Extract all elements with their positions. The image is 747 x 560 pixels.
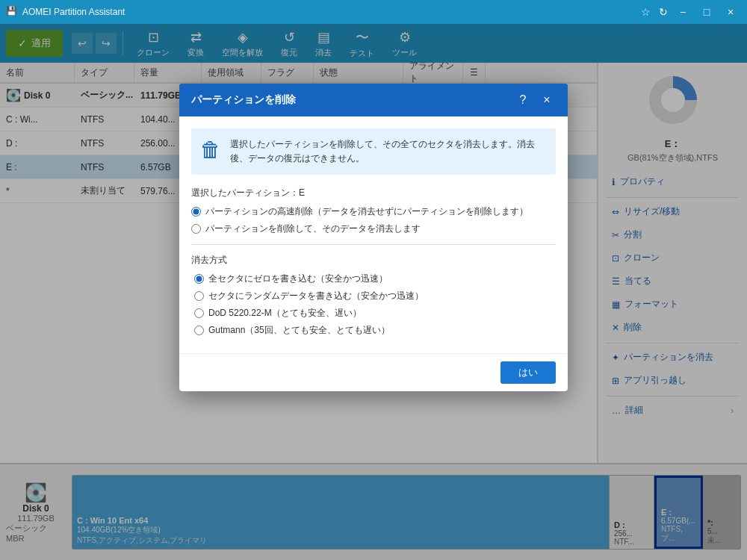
dialog-warning-text: 選択したパーティションを削除して、その全てのセクタを消去します。消去後、データの… — [230, 137, 547, 166]
erase-option-gutmann[interactable]: Gutmann（35回、とても安全、とても遅い） — [194, 324, 556, 337]
close-button[interactable]: × — [720, 3, 741, 21]
erase-option-random[interactable]: セクタにランダムデータを書き込む（安全かつ迅速） — [194, 290, 556, 302]
dialog-overlay: パーティションを削除 ? × 🗑 選択したパーティションを削除して、その全てのセ… — [0, 24, 747, 560]
dialog-divider — [191, 244, 556, 245]
selected-partition-label: 選択したパーティション：E — [191, 187, 556, 199]
app-icon: 💾 — [6, 6, 18, 18]
title-bar: 💾 AOMEI Partition Assistant ☆ ↻ − □ × — [0, 0, 747, 24]
dialog-footer: はい — [179, 353, 568, 391]
secure-delete-radio[interactable] — [191, 224, 201, 234]
delete-partition-dialog: パーティションを削除 ? × 🗑 選択したパーティションを削除して、その全てのセ… — [179, 84, 568, 391]
warning-trash-icon: 🗑 — [200, 137, 221, 166]
refresh-icon[interactable]: ↻ — [654, 3, 672, 21]
dialog-header-icons: ? × — [514, 91, 556, 109]
quick-delete-option[interactable]: パーティションの高速削除（データを消去せずにパーティションを削除します） — [191, 205, 556, 218]
quick-delete-label: パーティションの高速削除（データを消去せずにパーティションを削除します） — [205, 205, 528, 218]
maximize-button[interactable]: □ — [696, 3, 717, 21]
erase-random-radio[interactable] — [194, 291, 204, 301]
erase-random-label: セクタにランダムデータを書き込む（安全かつ迅速） — [208, 290, 424, 302]
erase-dod-radio[interactable] — [194, 308, 204, 318]
erase-gutmann-radio[interactable] — [194, 326, 204, 335]
minimize-button[interactable]: − — [672, 3, 693, 21]
erase-gutmann-label: Gutmann（35回、とても安全、とても遅い） — [208, 324, 390, 337]
delete-options: パーティションの高速削除（データを消去せずにパーティションを削除します） パーテ… — [191, 205, 556, 235]
erase-dod-label: DoD 5220.22-M（とても安全、遅い） — [208, 307, 362, 320]
app-title: AOMEI Partition Assistant — [22, 7, 636, 17]
erase-section: 消去方式 全セクタにゼロを書き込む（安全かつ迅速） セクタにランダムデータを書き… — [191, 254, 556, 337]
erase-method-label: 消去方式 — [191, 254, 556, 267]
dialog-close-button[interactable]: × — [538, 91, 556, 109]
erase-zero-radio[interactable] — [194, 274, 204, 284]
erase-option-dod[interactable]: DoD 5220.22-M（とても安全、遅い） — [194, 307, 556, 320]
favorites-icon[interactable]: ☆ — [636, 3, 654, 21]
dialog-header: パーティションを削除 ? × — [179, 84, 568, 116]
dialog-ok-button[interactable]: はい — [500, 361, 556, 384]
dialog-body: 🗑 選択したパーティションを削除して、その全てのセクタを消去します。消去後、デー… — [179, 116, 568, 353]
window-controls: − □ × — [672, 3, 741, 21]
secure-delete-label: パーティションを削除して、そのデータを消去します — [205, 223, 421, 235]
quick-delete-radio[interactable] — [191, 207, 201, 217]
erase-options: 全セクタにゼロを書き込む（安全かつ迅速） セクタにランダムデータを書き込む（安全… — [191, 273, 556, 337]
dialog-title: パーティションを削除 — [191, 93, 296, 107]
erase-option-zero[interactable]: 全セクタにゼロを書き込む（安全かつ迅速） — [194, 273, 556, 285]
secure-delete-option[interactable]: パーティションを削除して、そのデータを消去します — [191, 223, 556, 235]
dialog-warning: 🗑 選択したパーティションを削除して、その全てのセクタを消去します。消去後、デー… — [191, 128, 556, 175]
erase-zero-label: 全セクタにゼロを書き込む（安全かつ迅速） — [208, 273, 388, 285]
dialog-help-button[interactable]: ? — [514, 91, 532, 109]
